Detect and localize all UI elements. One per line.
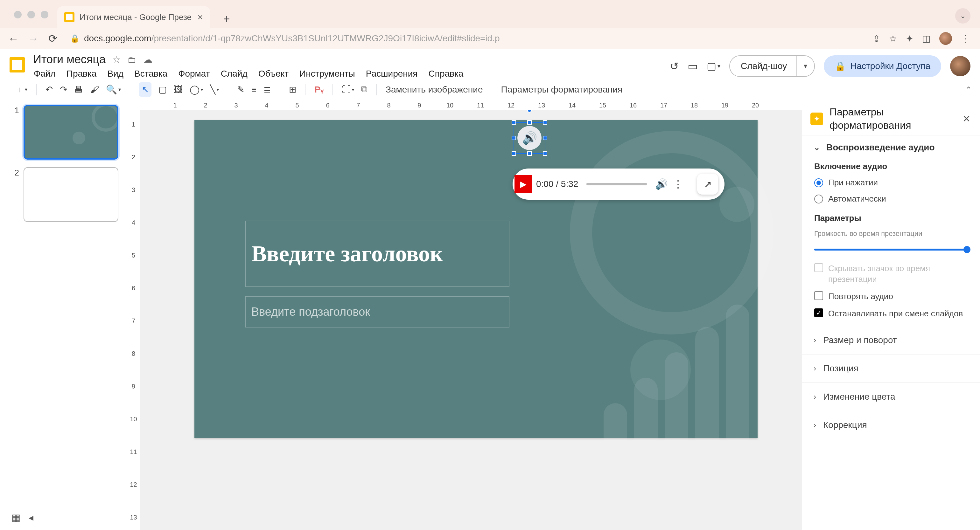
menu-slide[interactable]: Слайд [221, 69, 248, 79]
replace-image-button[interactable]: Заменить изображение [386, 84, 483, 95]
seek-track[interactable] [586, 183, 647, 186]
resize-handle[interactable] [527, 120, 532, 125]
tab-close-icon[interactable]: × [197, 12, 203, 22]
player-more-icon[interactable]: ⋮ [673, 178, 683, 190]
menu-help[interactable]: Справка [429, 69, 464, 79]
new-tab-button[interactable]: + [218, 10, 235, 28]
section-audio-playback[interactable]: ⌄ Воспроизведение аудио [814, 143, 969, 152]
print-button[interactable]: 🖶 [74, 84, 83, 95]
document-title[interactable]: Итоги месяца [33, 53, 106, 66]
rotate-handle[interactable] [527, 110, 532, 113]
section-adjustments[interactable]: › Коррекция [802, 411, 980, 439]
section-position[interactable]: › Позиция [802, 354, 980, 382]
new-slide-button[interactable]: ＋▾ [14, 84, 27, 96]
menu-edit[interactable]: Правка [67, 69, 97, 79]
radio-automatically[interactable]: Автоматически [814, 194, 969, 204]
resize-handle[interactable] [543, 151, 547, 156]
checkbox-stop-on-slide-change[interactable]: ✓ Останавливать при смене слайдов [814, 308, 969, 319]
url-text: docs.google.com/presentation/d/1-qp78zwC… [84, 33, 500, 44]
reload-button[interactable]: ⟳ [46, 32, 59, 45]
account-avatar[interactable] [950, 56, 970, 76]
redo-button[interactable]: ↷ [60, 84, 67, 95]
app-header: Итоги месяца ☆ 🗀 ☁ Файл Правка Вид Встав… [0, 49, 980, 82]
checkbox-hide-icon: Скрывать значок во время презентации [814, 263, 969, 285]
explore-icon[interactable]: ◂ [29, 512, 33, 523]
profile-avatar-icon[interactable] [939, 32, 952, 45]
volume-slider[interactable] [814, 249, 969, 251]
browser-menu-icon[interactable]: ⋮ [961, 33, 970, 44]
slide-thumbnail-1[interactable] [24, 105, 118, 160]
menu-view[interactable]: Вид [107, 69, 124, 79]
zoom-dropdown[interactable]: 🔍▾ [106, 84, 121, 95]
mask-image-button[interactable]: ⊞ [289, 84, 296, 95]
audio-object[interactable]: 🔊 [517, 126, 541, 150]
border-color-button[interactable]: ✎ [237, 84, 244, 95]
slide-canvas[interactable]: Введите заголовок Введите подзаголовок 🔊 [194, 120, 757, 438]
star-icon[interactable]: ☆ [113, 54, 121, 65]
shape-tool[interactable]: ◯▾ [189, 84, 203, 95]
menu-object[interactable]: Объект [258, 69, 289, 79]
address-bar[interactable]: 🔒 docs.google.com/presentation/d/1-qp78z… [66, 33, 866, 44]
resize-handle[interactable] [543, 136, 547, 140]
macos-window-controls[interactable] [6, 2, 55, 28]
back-button[interactable]: ← [7, 32, 20, 45]
resize-handle[interactable] [543, 120, 547, 125]
audio-speaker-icon[interactable]: 🔊 [517, 126, 541, 150]
checkbox-checked-icon: ✓ [814, 308, 823, 317]
side-panel-icon[interactable]: ◫ [922, 33, 931, 44]
tabs-overflow-button[interactable]: ⌄ [955, 8, 970, 24]
checkbox-loop-audio[interactable]: Повторять аудио [814, 291, 969, 302]
menu-extensions[interactable]: Расширения [366, 69, 418, 79]
radio-on-click[interactable]: При нажатии [814, 178, 969, 187]
minimize-window-icon[interactable] [27, 11, 35, 19]
line-tool[interactable]: ╲▾ [210, 84, 219, 95]
section-size-rotation[interactable]: › Размер и поворот [802, 326, 980, 354]
forward-button[interactable]: → [27, 32, 40, 45]
menu-tools[interactable]: Инструменты [299, 69, 355, 79]
close-window-icon[interactable] [14, 11, 22, 19]
text-box-tool[interactable]: ▢ [159, 84, 167, 95]
border-weight-button[interactable]: ≡ [251, 84, 256, 95]
volume-icon[interactable]: 🔊 [655, 178, 668, 190]
popout-icon[interactable]: ↗ [697, 174, 718, 195]
image-tool[interactable]: 🖼 [174, 84, 183, 95]
meet-present-button[interactable]: ▢▾ [707, 60, 721, 72]
share-page-icon[interactable]: ⇪ [873, 33, 880, 44]
subtitle-placeholder[interactable]: Введите подзаголовок [245, 296, 509, 327]
resize-handle[interactable] [527, 151, 532, 156]
share-button[interactable]: 🔒 Настройки Доступа [824, 56, 941, 77]
slide-thumbnail-2[interactable] [24, 167, 118, 222]
move-to-folder-icon[interactable]: 🗀 [127, 54, 137, 65]
crop-button[interactable]: ⛶▾ [342, 84, 354, 95]
title-placeholder[interactable]: Введите заголовок [245, 221, 509, 287]
menu-insert[interactable]: Вставка [134, 69, 167, 79]
panel-close-button[interactable]: ✕ [963, 113, 970, 124]
bookmark-star-icon[interactable]: ☆ [889, 33, 897, 44]
section-recolor[interactable]: › Изменение цвета [802, 382, 980, 411]
maximize-window-icon[interactable] [41, 11, 48, 19]
grid-view-icon[interactable]: ▦ [11, 512, 21, 523]
select-tool[interactable]: ↖ [139, 83, 151, 97]
resize-handle[interactable] [512, 120, 516, 125]
browser-tab[interactable]: Итоги месяца - Google Презе × [57, 6, 210, 28]
google-slides-logo-icon[interactable] [7, 55, 27, 75]
paint-format-button[interactable]: 🖌 [90, 84, 99, 95]
collapse-toolbar-button[interactable]: ⌃ [966, 85, 972, 94]
border-dash-button[interactable]: ≣ [264, 84, 271, 95]
resize-handle[interactable] [512, 136, 516, 140]
slideshow-dropdown-icon[interactable]: ▾ [797, 62, 814, 70]
comments-icon[interactable]: ▭ [687, 60, 698, 73]
image-options-icon[interactable]: ⧉ [361, 84, 368, 95]
play-button[interactable]: ▶ [516, 176, 531, 192]
undo-button[interactable]: ↶ [46, 84, 53, 95]
format-options-button[interactable]: Параметры форматирования [501, 84, 622, 95]
slideshow-split-button[interactable]: Слайд-шоу ▾ [729, 56, 815, 77]
extensions-puzzle-icon[interactable]: ✦ [906, 33, 913, 44]
version-history-icon[interactable]: ↺ [670, 60, 679, 73]
menu-file[interactable]: Файл [34, 69, 56, 79]
toolbar: ＋▾ ↶ ↷ 🖶 🖌 🔍▾ ↖ ▢ 🖼 ◯▾ ╲▾ ✎ ≡ ≣ ⊞ Pᵧ ⛶▾ … [0, 82, 980, 99]
slideshow-button-label[interactable]: Слайд-шоу [730, 56, 797, 76]
menu-format[interactable]: Формат [178, 69, 210, 79]
reset-image-button[interactable]: Pᵧ [314, 84, 324, 95]
resize-handle[interactable] [512, 151, 516, 156]
